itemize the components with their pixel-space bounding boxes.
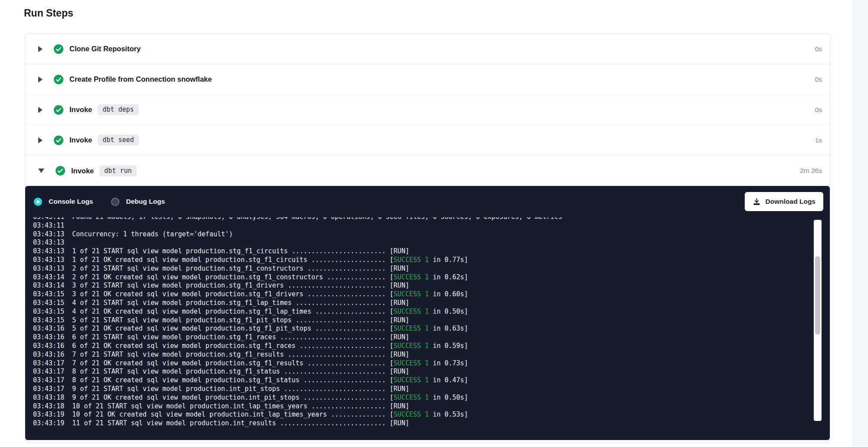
step-duration: 0s [815,45,822,53]
log-line: 03:43:13 1 of 21 START sql view model pr… [33,247,811,256]
caret-right-icon[interactable] [38,76,43,83]
log-line: 03:43:11 [33,222,811,230]
step-duration: 2m 26s [800,167,822,175]
log-timestamp: 03:43:15 [33,316,64,324]
log-timestamp: 03:43:16 [33,351,64,358]
log-line: 03:43:17 7 of 21 OK created sql view mod… [33,359,811,368]
log-timestamp: 03:43:17 [33,376,64,384]
log-timestamp: 03:43:15 [33,290,64,298]
check-circle-icon [54,44,63,54]
log-timestamp: 03:43:18 [33,394,64,401]
log-line: 03:43:16 7 of 21 START sql view model pr… [33,351,811,359]
command-badge: dbt run [99,166,136,176]
log-timestamp: 03:43:17 [33,368,64,375]
step-duration: 1s [815,136,822,144]
log-timestamp: 03:43:15 [33,308,64,315]
log-line: 03:43:16 6 of 21 START sql view model pr… [33,333,811,342]
log-line: 03:43:17 9 of 21 START sql view model pr… [33,385,811,394]
download-logs-button[interactable]: Download Logs [745,192,823,211]
command-badge: dbt deps [98,104,138,115]
caret-right-icon[interactable] [38,137,43,143]
radio-unselected-icon [111,198,119,206]
log-success-status: SUCCESS 1 [394,411,429,418]
log-line: 03:43:19 11 of 21 START sql view model p… [33,419,811,428]
log-timestamp: 03:43:13 [33,230,64,238]
download-logs-label: Download Logs [766,198,815,205]
log-line: 03:43:19 10 of 21 OK created sql view mo… [33,411,811,419]
log-scrollbar-thumb[interactable] [815,256,820,334]
log-line: 03:43:15 3 of 21 OK created sql view mod… [33,290,811,299]
debug-logs-radio[interactable]: Debug Logs [111,198,165,206]
log-line: 03:43:13 Concurrency: 1 threads (target=… [33,230,811,239]
log-success-status: SUCCESS 1 [394,273,429,281]
log-timestamp: 03:43:16 [33,333,64,341]
step-duration: 0s [815,76,822,83]
log-line: 03:43:15 5 of 21 START sql view model pr… [33,316,811,325]
console-logs-radio[interactable]: Console Logs [34,198,93,206]
log-timestamp: 03:43:16 [33,342,64,350]
caret-right-icon[interactable] [38,46,43,52]
log-timestamp: 03:43:16 [33,324,64,332]
step-label: Clone Git Repository [69,45,141,53]
check-circle-icon [54,136,63,145]
log-line: 03:43:18 10 of 21 START sql view model p… [33,402,811,411]
step-row-3[interactable]: Invokedbt deps0s [25,95,830,125]
step-row-5[interactable]: Invokedbt run2m 26s [25,156,830,186]
log-timestamp: 03:43:19 [33,419,64,427]
step-label: Create Profile from Connection snowflake [69,75,212,83]
log-line: 03:43:11 Found 21 models, 17 tests, 0 sn… [33,217,811,222]
log-timestamp: 03:43:14 [33,273,64,281]
run-steps-card: Clone Git Repository0sCreate Profile fro… [25,33,830,443]
console-logs-label: Console Logs [49,198,93,205]
step-duration: 0s [815,106,822,114]
download-icon [753,198,761,206]
page-right-gutter [853,0,868,447]
log-line: 03:43:16 6 of 21 OK created sql view mod… [33,342,811,351]
log-success-status: SUCCESS 1 [394,256,429,264]
log-timestamp: 03:43:13 [33,265,64,272]
log-scrollbar-track[interactable] [814,220,822,421]
log-success-status: SUCCESS 1 [394,359,429,367]
log-line: 03:43:17 8 of 21 START sql view model pr… [33,368,811,376]
log-success-status: SUCCESS 1 [394,376,429,384]
command-badge: dbt seed [98,135,138,146]
log-view-options: Console Logs Debug Logs [34,198,165,206]
debug-logs-label: Debug Logs [126,198,165,205]
caret-right-icon[interactable] [38,107,43,113]
log-line: 03:43:13 [33,238,811,247]
logs-panel-header: Console Logs Debug Logs [25,186,830,217]
log-timestamp: 03:43:19 [33,411,64,418]
log-timestamp: 03:43:14 [33,281,64,289]
log-timestamp: 03:43:17 [33,385,64,393]
log-timestamp: 03:43:11 [33,217,64,221]
log-line: 03:43:16 5 of 21 OK created sql view mod… [33,324,811,333]
log-timestamp: 03:43:13 [33,256,64,264]
log-success-status: SUCCESS 1 [394,394,429,401]
caret-down-icon[interactable] [38,169,44,173]
log-success-status: SUCCESS 1 [394,342,429,350]
log-line: 03:43:13 2 of 21 START sql view model pr… [33,265,811,273]
log-timestamp: 03:43:17 [33,359,64,367]
log-line: 03:43:13 1 of 21 OK created sql view mod… [33,256,811,265]
log-line: 03:43:14 3 of 21 START sql view model pr… [33,281,811,290]
log-success-status: SUCCESS 1 [394,308,429,315]
step-row-1[interactable]: Clone Git Repository0s [25,34,830,64]
log-timestamp: 03:43:15 [33,299,64,307]
log-success-status: SUCCESS 1 [394,324,429,332]
step-label: Invoke [69,136,92,144]
logs-panel: Console Logs Debug Logs [25,186,830,440]
check-circle-icon [54,75,63,84]
check-circle-icon [54,105,63,115]
page: Run Steps Clone Git Repository0sCreate P… [0,0,868,447]
log-timestamp: 03:43:13 [33,247,64,255]
log-timestamp: 03:43:13 [33,238,64,246]
page-title: Run Steps [24,7,73,19]
check-circle-icon [56,166,65,175]
step-row-2[interactable]: Create Profile from Connection snowflake… [25,64,830,95]
step-row-4[interactable]: Invokedbt seed1s [25,125,830,156]
radio-selected-icon [34,198,42,206]
console-log-output[interactable]: 03:43:11 Found 21 models, 17 tests, 0 sn… [33,217,811,430]
steps-list: Clone Git Repository0sCreate Profile fro… [25,34,830,186]
log-line: 03:43:18 9 of 21 OK created sql view mod… [33,394,811,402]
step-label: Invoke [71,167,94,175]
